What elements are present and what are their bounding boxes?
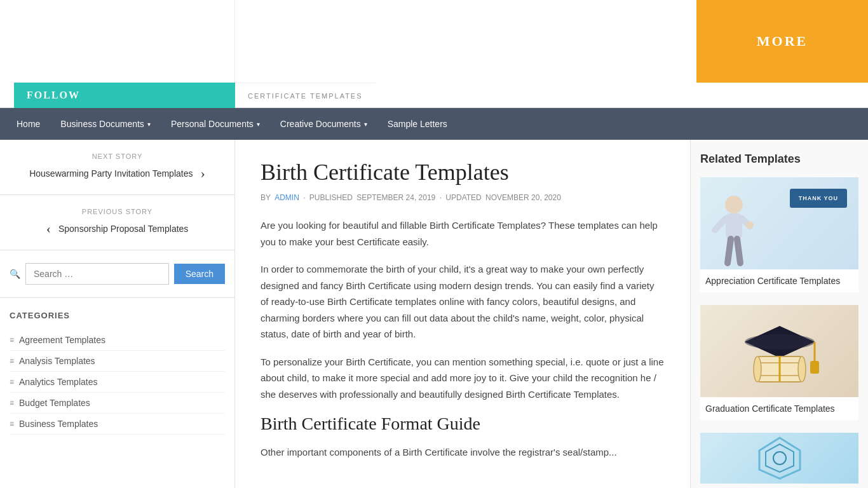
article-subtitle: Birth Certificate Format Guide xyxy=(261,414,665,434)
article-title: Birth Certificate Templates xyxy=(261,159,665,186)
article-para-2: In order to commemorate the birth of you… xyxy=(261,261,665,342)
main-content: Birth Certificate Templates BY ADMIN · P… xyxy=(235,140,690,488)
nav-business-documents[interactable]: Business Documents ▾ xyxy=(50,108,161,140)
related-title: Related Templates xyxy=(700,152,858,166)
left-sidebar: NEXT STORY Housewarming Party Invitation… xyxy=(0,140,235,488)
related-img-graduation xyxy=(700,305,858,397)
svg-line-2 xyxy=(715,219,726,230)
categories-title: CATEGORIES xyxy=(10,311,225,320)
search-button[interactable]: Search xyxy=(174,264,225,284)
category-item[interactable]: ≡ Analysis Templates xyxy=(10,351,225,372)
next-story-label: NEXT STORY xyxy=(10,152,225,160)
search-icon: 🔍 xyxy=(10,269,20,280)
category-item[interactable]: ≡ Business Templates xyxy=(10,414,225,435)
cert-templates-label: CERTIFICATE TEMPLATES xyxy=(248,92,363,100)
related-label-appreciation: Appreciation Certificate Templates xyxy=(700,269,858,292)
svg-line-6 xyxy=(737,239,740,263)
article-para-3: To personalize your Birth Certificate, y… xyxy=(261,354,665,403)
related-item-graduation[interactable]: Graduation Certificate Templates xyxy=(700,305,858,420)
nav-personal-documents[interactable]: Personal Documents ▾ xyxy=(161,108,270,140)
category-icon: ≡ xyxy=(10,419,14,428)
related-img-appreciation: THANK YOU xyxy=(700,177,858,269)
categories-section: CATEGORIES ≡ Agreement Templates ≡ Analy… xyxy=(0,298,234,447)
category-icon: ≡ xyxy=(10,398,14,407)
category-item[interactable]: ≡ Analytics Templates xyxy=(10,372,225,393)
geometric-icon xyxy=(754,433,805,484)
nav-home[interactable]: Home xyxy=(6,108,50,140)
svg-point-19 xyxy=(773,452,786,464)
related-item-appreciation[interactable]: THANK YOU Appreciation Certificate Templ… xyxy=(700,177,858,292)
search-input[interactable] xyxy=(25,263,169,285)
svg-marker-18 xyxy=(766,444,794,472)
graduation-cap-icon xyxy=(738,313,821,390)
article-para-1: Are you looking for beautiful and fillab… xyxy=(261,217,665,250)
nav-sample-letters[interactable]: Sample Letters xyxy=(377,108,458,140)
category-item[interactable]: ≡ Budget Templates xyxy=(10,393,225,414)
category-icon: ≡ xyxy=(10,356,14,365)
category-icon: ≡ xyxy=(10,336,14,344)
related-img-third xyxy=(700,433,858,484)
related-item-third[interactable] xyxy=(700,433,858,484)
prev-story[interactable]: PREVIOUS STORY ‹ Sponsorship Proposal Te… xyxy=(0,195,234,250)
prev-story-label: PREVIOUS STORY xyxy=(10,208,225,215)
category-item[interactable]: ≡ Agreement Templates xyxy=(10,330,225,351)
right-sidebar: Related Templates xyxy=(690,140,868,488)
next-story-title: Housewarming Party Invitation Templates xyxy=(29,168,193,179)
next-arrow-icon: › xyxy=(200,165,205,182)
article-subtitle-para: Other important components of a Birth Ce… xyxy=(261,444,665,461)
search-section: 🔍 Search xyxy=(0,250,234,298)
prev-arrow-icon: ‹ xyxy=(46,220,51,237)
follow-button[interactable]: FOLLOW xyxy=(27,90,80,101)
svg-point-14 xyxy=(754,356,761,382)
svg-point-15 xyxy=(798,356,806,382)
svg-point-0 xyxy=(725,196,743,214)
svg-line-5 xyxy=(728,239,731,263)
related-label-graduation: Graduation Certificate Templates xyxy=(700,397,858,420)
article-body: Are you looking for beautiful and fillab… xyxy=(261,217,665,402)
figure-icon xyxy=(712,193,756,269)
svg-rect-10 xyxy=(810,361,819,374)
svg-point-4 xyxy=(746,221,754,229)
author-link[interactable]: ADMIN xyxy=(275,193,299,202)
prev-story-title: Sponsorship Proposal Templates xyxy=(58,224,188,234)
nav-creative-documents[interactable]: Creative Documents ▾ xyxy=(270,108,377,140)
next-story[interactable]: NEXT STORY Housewarming Party Invitation… xyxy=(0,140,234,195)
more-button[interactable]: MORE xyxy=(757,33,808,50)
navbar: Home Business Documents ▾ Personal Docum… xyxy=(0,108,868,140)
article-meta: BY ADMIN · PUBLISHED SEPTEMBER 24, 2019 … xyxy=(261,193,665,202)
thank-you-sign: THANK YOU xyxy=(790,189,847,208)
category-icon: ≡ xyxy=(10,377,14,386)
svg-point-8 xyxy=(745,334,815,349)
